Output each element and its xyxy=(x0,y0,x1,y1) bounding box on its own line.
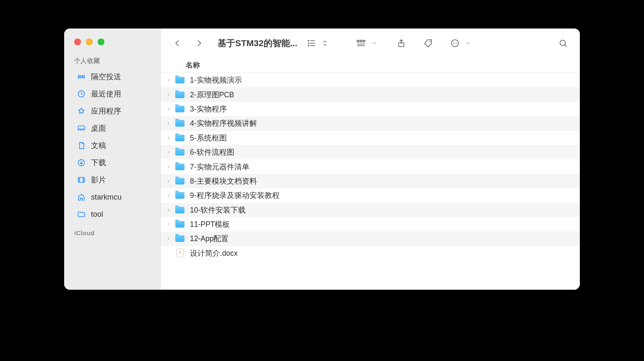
disclosure-chevron-icon[interactable] xyxy=(166,207,171,213)
action-menu-button[interactable] xyxy=(449,37,474,49)
view-mode-button[interactable] xyxy=(306,37,331,49)
sidebar-item-label: 最近使用 xyxy=(91,89,121,99)
disclosure-chevron-icon[interactable] xyxy=(166,178,171,184)
file-name: 7-实物元器件清单 xyxy=(190,162,249,172)
sidebar-item-folder[interactable]: tool xyxy=(67,206,158,222)
sidebar-section-icloud: iCloud xyxy=(64,223,160,239)
svg-point-14 xyxy=(308,43,309,44)
folder-icon xyxy=(175,118,185,128)
svg-rect-6 xyxy=(78,177,85,182)
file-name: 11-PPT模板 xyxy=(190,219,230,229)
file-name: 2-原理图PCB xyxy=(190,90,234,100)
sidebar-item-home[interactable]: starkmcu xyxy=(67,189,158,205)
ellipsis-circle-icon xyxy=(449,37,461,49)
movie-icon xyxy=(77,175,86,184)
folder-icon xyxy=(77,210,86,219)
folder-icon xyxy=(175,162,185,172)
airdrop-icon xyxy=(77,72,86,81)
window-title: 基于STM32的智能... xyxy=(218,37,297,49)
share-button[interactable] xyxy=(395,37,407,49)
svg-rect-20 xyxy=(360,40,362,42)
sidebar-item-airdrop[interactable]: 隔空投送 xyxy=(67,69,158,85)
disclosure-chevron-icon[interactable] xyxy=(166,221,171,227)
file-list: 1-实物视频演示2-原理图PCB3-实物程序4-实物程序视频讲解5-系统框图6-… xyxy=(161,73,580,290)
file-row[interactable]: 4-实物程序视频讲解 xyxy=(161,116,580,130)
file-row[interactable]: 3-实物程序 xyxy=(161,102,580,116)
file-row[interactable]: 12-App配置 xyxy=(161,231,580,246)
file-row[interactable]: 11-PPT模板 xyxy=(161,217,580,231)
sidebar-section-favorites: 个人收藏 xyxy=(64,51,160,68)
sidebar-item-label: 下载 xyxy=(91,158,106,168)
file-row[interactable]: 设计简介.docx xyxy=(161,246,580,260)
back-button[interactable] xyxy=(171,37,183,49)
file-name: 10-软件安装下载 xyxy=(190,205,246,215)
disclosure-chevron-icon[interactable] xyxy=(166,164,171,170)
svg-point-15 xyxy=(308,45,309,46)
window-controls xyxy=(64,29,160,51)
column-name-label: 名称 xyxy=(186,60,200,70)
close-window-button[interactable] xyxy=(74,39,81,45)
folder-icon xyxy=(175,133,185,143)
sidebar-item-clock[interactable]: 最近使用 xyxy=(67,86,158,102)
column-header[interactable]: 名称 xyxy=(161,58,580,73)
svg-rect-21 xyxy=(363,40,365,42)
svg-point-30 xyxy=(456,43,457,44)
svg-point-26 xyxy=(430,41,431,42)
sidebar-item-label: 影片 xyxy=(91,175,106,185)
disclosure-chevron-icon[interactable] xyxy=(166,192,171,198)
svg-line-32 xyxy=(565,45,566,47)
forward-button[interactable] xyxy=(193,37,205,49)
folder-icon xyxy=(175,75,185,85)
file-name: 9-程序烧录及驱动安装教程 xyxy=(190,190,280,200)
disclosure-chevron-icon[interactable] xyxy=(166,135,171,141)
group-icon xyxy=(355,37,367,49)
sidebar-item-label: 隔空投送 xyxy=(91,72,121,82)
file-row[interactable]: 6-软件流程图 xyxy=(161,145,580,159)
file-row[interactable]: 9-程序烧录及驱动安装教程 xyxy=(161,188,580,203)
file-row[interactable]: 5-系统框图 xyxy=(161,131,580,145)
file-row[interactable]: 8-主要模块文档资料 xyxy=(161,174,580,188)
disclosure-chevron-icon[interactable] xyxy=(166,149,171,155)
minimize-window-button[interactable] xyxy=(86,39,93,45)
sidebar-item-movie[interactable]: 影片 xyxy=(67,172,158,188)
disclosure-chevron-icon[interactable] xyxy=(166,92,171,98)
file-name: 1-实物视频演示 xyxy=(190,75,242,85)
svg-point-29 xyxy=(454,43,455,44)
sidebar-item-label: 桌面 xyxy=(91,123,106,133)
disclosure-chevron-icon[interactable] xyxy=(166,106,171,112)
finder-window: 个人收藏 隔空投送最近使用应用程序桌面文稿下载影片starkmcutool iC… xyxy=(64,29,580,290)
file-row[interactable]: 2-原理图PCB xyxy=(161,87,580,101)
file-row[interactable]: 10-软件安装下载 xyxy=(161,203,580,217)
file-row[interactable]: 1-实物视频演示 xyxy=(161,73,580,87)
sidebar-item-apps[interactable]: 应用程序 xyxy=(67,103,158,119)
zoom-window-button[interactable] xyxy=(98,39,104,45)
chevron-down-icon xyxy=(369,37,380,49)
chevron-down-icon xyxy=(462,37,474,49)
sidebar-item-download[interactable]: 下载 xyxy=(67,155,158,171)
folder-icon xyxy=(175,234,185,244)
apps-icon xyxy=(77,106,86,116)
file-name: 8-主要模块文档资料 xyxy=(190,176,257,186)
desktop-icon xyxy=(77,124,86,133)
disclosure-chevron-icon[interactable] xyxy=(166,77,171,83)
sidebar-item-desktop[interactable]: 桌面 xyxy=(67,120,158,136)
folder-icon xyxy=(175,147,185,157)
svg-rect-19 xyxy=(357,40,359,42)
disclosure-chevron-icon[interactable] xyxy=(166,236,171,242)
clock-icon xyxy=(77,89,86,99)
disclosure-chevron-icon[interactable] xyxy=(166,120,171,126)
file-name: 12-App配置 xyxy=(190,234,229,244)
folder-icon xyxy=(175,190,185,200)
up-down-chevron-icon xyxy=(319,37,331,49)
group-by-button[interactable] xyxy=(355,37,380,49)
file-row[interactable]: 7-实物元器件清单 xyxy=(161,159,580,174)
file-name: 6-软件流程图 xyxy=(190,147,234,157)
document-icon xyxy=(175,248,185,258)
file-name: 3-实物程序 xyxy=(190,104,227,114)
tag-button[interactable] xyxy=(422,37,434,49)
toolbar: 基于STM32的智能... xyxy=(161,29,580,58)
svg-point-13 xyxy=(308,40,309,41)
sidebar: 个人收藏 隔空投送最近使用应用程序桌面文稿下载影片starkmcutool iC… xyxy=(64,29,161,290)
sidebar-item-document[interactable]: 文稿 xyxy=(67,138,158,153)
search-button[interactable] xyxy=(557,37,569,49)
